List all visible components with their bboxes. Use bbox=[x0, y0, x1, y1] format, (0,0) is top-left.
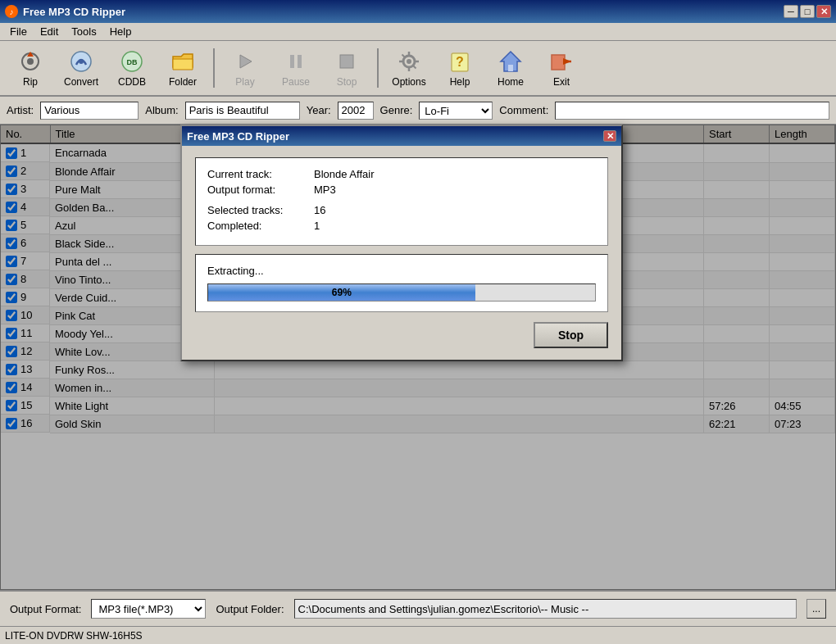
maximize-button[interactable]: □ bbox=[800, 5, 815, 18]
browse-button[interactable]: ... bbox=[806, 599, 826, 619]
window-controls: ─ □ ✕ bbox=[784, 5, 831, 18]
status-text: LITE-ON DVDRW SHW-16H5S bbox=[5, 630, 143, 642]
status-bar: LITE-ON DVDRW SHW-16H5S bbox=[0, 626, 836, 644]
exit-button[interactable]: Exit bbox=[538, 44, 585, 92]
extracting-label: Extracting... bbox=[207, 265, 596, 277]
info-bar: Artist: Album: Year: Genre: Lo-Fi Commen… bbox=[0, 97, 836, 125]
exit-label: Exit bbox=[553, 76, 570, 88]
svg-rect-9 bbox=[298, 55, 302, 68]
folder-icon bbox=[170, 48, 196, 75]
help-label: Help bbox=[450, 76, 470, 88]
menu-edit[interactable]: Edit bbox=[34, 24, 65, 39]
svg-line-17 bbox=[402, 55, 406, 58]
output-format-label: Output format: bbox=[207, 184, 314, 196]
rip-icon bbox=[17, 48, 43, 75]
modal-title: Free MP3 CD Ripper bbox=[187, 130, 603, 143]
folder-label: Output Folder: bbox=[216, 603, 284, 615]
play-button[interactable]: Play bbox=[221, 44, 269, 92]
title-bar: ♪ Free MP3 CD Ripper ─ □ ✕ bbox=[0, 0, 836, 23]
close-button[interactable]: ✕ bbox=[816, 5, 831, 18]
play-icon bbox=[232, 48, 258, 75]
artist-input[interactable] bbox=[40, 102, 139, 120]
cddb-icon: DB bbox=[119, 48, 145, 75]
rip-label: Rip bbox=[23, 76, 38, 88]
toolbar-separator-2 bbox=[377, 48, 379, 88]
options-button[interactable]: Options bbox=[385, 44, 433, 92]
menu-bar: File Edit Tools Help bbox=[0, 23, 836, 41]
output-format-row: Output format: MP3 bbox=[207, 184, 596, 196]
output-format-value: MP3 bbox=[314, 184, 336, 196]
menu-tools[interactable]: Tools bbox=[65, 24, 102, 39]
rip-button[interactable]: Rip bbox=[7, 44, 54, 92]
svg-rect-22 bbox=[508, 65, 513, 71]
current-track-value: Blonde Affair bbox=[314, 168, 374, 180]
current-track-label: Current track: bbox=[207, 168, 314, 180]
progress-modal: Free MP3 CD Ripper ✕ Current track: Blon… bbox=[180, 125, 623, 361]
progress-bar-fill: 69% bbox=[208, 284, 475, 301]
comment-label: Comment: bbox=[499, 104, 548, 116]
stop-button[interactable]: Stop bbox=[534, 322, 608, 348]
year-input[interactable] bbox=[338, 102, 374, 120]
menu-file[interactable]: File bbox=[3, 24, 34, 39]
pause-button[interactable]: Pause bbox=[272, 44, 320, 92]
cddb-button[interactable]: DB CDDB bbox=[108, 44, 156, 92]
home-icon bbox=[498, 48, 524, 75]
folder-button[interactable]: Folder bbox=[159, 44, 207, 92]
minimize-button[interactable]: ─ bbox=[784, 5, 798, 18]
format-select[interactable]: MP3 file(*.MP3) bbox=[91, 599, 206, 619]
selected-tracks-row: Selected tracks: 16 bbox=[207, 204, 596, 216]
app-title: Free MP3 CD Ripper bbox=[23, 6, 784, 18]
svg-rect-10 bbox=[340, 55, 353, 68]
folder-label: Folder bbox=[169, 76, 197, 88]
artist-label: Artist: bbox=[7, 104, 34, 116]
toolbar: Rip Convert DB CDDB Folder bbox=[0, 41, 836, 97]
convert-button[interactable]: Convert bbox=[57, 44, 105, 92]
selected-tracks-label: Selected tracks: bbox=[207, 204, 314, 216]
album-label: Album: bbox=[145, 104, 178, 116]
svg-point-4 bbox=[79, 59, 84, 64]
help-icon: ? bbox=[447, 48, 473, 75]
output-folder-input[interactable] bbox=[294, 599, 797, 619]
bottom-bar: Output Format: MP3 file(*.MP3) Output Fo… bbox=[0, 590, 836, 626]
svg-point-1 bbox=[27, 58, 34, 65]
modal-info-section: Current track: Blonde Affair Output form… bbox=[195, 157, 608, 246]
svg-text:DB: DB bbox=[127, 58, 138, 66]
app-icon: ♪ bbox=[5, 5, 18, 18]
genre-select[interactable]: Lo-Fi bbox=[419, 102, 493, 120]
home-button[interactable]: Home bbox=[487, 44, 534, 92]
help-button[interactable]: ? Help bbox=[436, 44, 484, 92]
menu-help[interactable]: Help bbox=[103, 24, 139, 39]
pause-label: Pause bbox=[282, 76, 310, 88]
svg-marker-7 bbox=[240, 55, 252, 68]
selected-tracks-value: 16 bbox=[314, 204, 325, 216]
svg-line-18 bbox=[413, 66, 416, 69]
stop-toolbar-button[interactable]: Stop bbox=[323, 44, 370, 92]
progress-percent: 69% bbox=[332, 287, 352, 298]
play-label: Play bbox=[235, 76, 254, 88]
modal-body: Current track: Blonde Affair Output form… bbox=[182, 146, 621, 360]
toolbar-separator-1 bbox=[213, 48, 215, 88]
convert-label: Convert bbox=[64, 76, 98, 88]
modal-overlay: Free MP3 CD Ripper ✕ Current track: Blon… bbox=[0, 125, 836, 590]
options-icon bbox=[396, 48, 422, 75]
options-label: Options bbox=[392, 76, 425, 88]
cddb-label: CDDB bbox=[118, 76, 146, 88]
svg-rect-8 bbox=[290, 55, 294, 68]
modal-actions: Stop bbox=[195, 322, 608, 348]
stop-toolbar-label: Stop bbox=[337, 76, 357, 88]
comment-input[interactable] bbox=[555, 102, 829, 120]
genre-label: Genre: bbox=[380, 104, 413, 116]
format-label: Output Format: bbox=[10, 603, 81, 615]
modal-progress-section: Extracting... 69% bbox=[195, 254, 608, 312]
stop-toolbar-icon bbox=[334, 48, 360, 75]
completed-value: 1 bbox=[314, 220, 320, 232]
album-input[interactable] bbox=[185, 102, 300, 120]
progress-bar-container: 69% bbox=[207, 283, 596, 302]
svg-text:?: ? bbox=[456, 55, 464, 69]
convert-icon bbox=[68, 48, 94, 75]
modal-close-button[interactable]: ✕ bbox=[603, 130, 616, 142]
main-area: No. Title Artist Start Length 1 Encarnad… bbox=[0, 125, 836, 590]
svg-point-12 bbox=[407, 59, 411, 64]
modal-title-bar: Free MP3 CD Ripper ✕ bbox=[182, 126, 621, 146]
completed-row: Completed: 1 bbox=[207, 220, 596, 232]
